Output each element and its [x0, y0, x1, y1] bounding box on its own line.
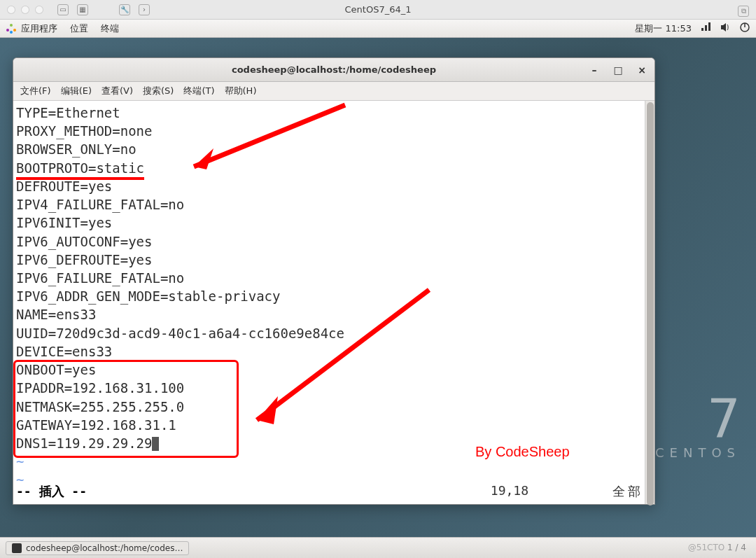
config-line: IPV6_AUTOCONF=yes — [16, 234, 152, 249]
maximize-button[interactable] — [35, 6, 43, 14]
config-line: IPV6_FAILURE_FATAL=no — [16, 270, 184, 286]
terminal-scrollbar[interactable] — [645, 101, 654, 504]
terminal-titlebar[interactable]: codesheep@localhost:/home/codesheep – □ … — [13, 58, 654, 82]
terminal-icon — [12, 543, 22, 553]
panel-places[interactable]: 位置 — [70, 22, 88, 35]
config-line: UUID=720d9c3d-acd9-40c1-a6a4-cc160e9e84c… — [16, 326, 344, 341]
config-line: DEVICE=ens33 — [16, 344, 112, 359]
network-icon[interactable] — [700, 22, 711, 34]
panel-clock[interactable]: 星期一 11:53 — [635, 22, 692, 35]
minimize-button[interactable] — [21, 6, 29, 14]
vim-mode: -- 插入 -- — [16, 483, 87, 500]
centos-label: CENTOS — [655, 445, 741, 460]
terminal-window: codesheep@localhost:/home/codesheep – □ … — [13, 57, 655, 505]
window-maximize-button[interactable]: □ — [611, 63, 625, 77]
svg-point-0 — [10, 24, 13, 27]
vim-cursor-position: 19,18 — [491, 483, 528, 500]
menu-help[interactable]: 帮助(H) — [225, 85, 257, 97]
svg-point-1 — [6, 29, 9, 32]
watermark-text: By CodeSheep — [475, 444, 570, 460]
traffic-lights — [7, 6, 43, 14]
svg-point-3 — [10, 31, 13, 34]
taskbar-item-terminal[interactable]: codesheep@localhost:/home/codes… — [6, 541, 189, 555]
page-marker: @51CTO 1 / 4 — [688, 543, 746, 552]
terminal-body[interactable]: TYPE=Ethernet PROXY_METHOD=none BROWSER_… — [13, 101, 654, 504]
menu-file[interactable]: 文件(F) — [20, 85, 51, 97]
gnome-top-panel: 应用程序 位置 终端 星期一 11:53 — [0, 20, 756, 38]
panel-terminal[interactable]: 终端 — [101, 22, 119, 35]
sidebar-toggle-icon[interactable]: ▭ — [57, 4, 69, 15]
panel-applications[interactable]: 应用程序 — [21, 22, 57, 35]
close-button[interactable] — [7, 6, 15, 14]
volume-icon[interactable] — [720, 22, 731, 34]
host-window-title: CentOS7_64_1 — [345, 4, 412, 15]
config-line: IPV6INIT=yes — [16, 215, 112, 230]
vim-scroll-indicator: 全部 — [612, 483, 643, 500]
svg-point-2 — [13, 29, 16, 32]
config-line: DEFROUTE=yes — [16, 179, 112, 194]
config-line: NETMASK=255.255.255.0 — [16, 399, 184, 414]
config-line: BROWSER_ONLY=no — [16, 141, 136, 157]
vim-status-line: -- 插入 -- 19,18 全部 — [16, 483, 643, 500]
config-line: IPV6_DEFROUTE=yes — [16, 252, 152, 267]
taskbar-item-label: codesheep@localhost:/home/codes… — [26, 543, 183, 553]
config-line: TYPE=Ethernet — [16, 105, 120, 120]
snapshot-icon[interactable]: ▦ — [77, 4, 88, 15]
host-window-chrome: ▭ ▦ 🔧 › CentOS7_64_1 ⧉ — [0, 0, 756, 20]
config-line: PROXY_METHOD=none — [16, 123, 152, 139]
config-line-highlight: BOOTPROTO=static — [16, 159, 144, 180]
config-line: ONBOOT=yes — [16, 362, 96, 377]
desktop: 7 CENTOS codesheep@localhost:/home/codes… — [0, 38, 756, 537]
config-line: IPADDR=192.168.31.100 — [16, 380, 184, 396]
config-line: NAME=ens33 — [16, 307, 96, 322]
window-close-button[interactable]: × — [635, 63, 649, 77]
config-line: IPV4_FAILURE_FATAL=no — [16, 197, 184, 212]
centos-wallpaper-mark: 7 CENTOS — [655, 398, 741, 460]
menu-edit[interactable]: 编辑(E) — [61, 85, 92, 97]
page-source: @51CTO — [688, 543, 724, 552]
gnome-taskbar: codesheep@localhost:/home/codes… — [0, 537, 756, 558]
terminal-title: codesheep@localhost:/home/codesheep — [232, 64, 436, 75]
centos-version: 7 — [655, 398, 741, 441]
applications-menu-icon[interactable] — [6, 23, 17, 34]
config-line: IPV6_ADDR_GEN_MODE=stable-privacy — [16, 288, 281, 304]
window-minimize-button[interactable]: – — [587, 63, 601, 77]
terminal-menubar: 文件(F) 编辑(E) 查看(V) 搜索(S) 终端(T) 帮助(H) — [13, 82, 654, 101]
terminal-content[interactable]: TYPE=Ethernet PROXY_METHOD=none BROWSER_… — [16, 104, 654, 489]
menu-search[interactable]: 搜索(S) — [143, 85, 174, 97]
config-line: DNS1=119.29.29.29 — [16, 435, 152, 451]
menu-view[interactable]: 查看(V) — [102, 85, 133, 97]
config-line: GATEWAY=192.168.31.1 — [16, 417, 176, 433]
page-number: 1 / 4 — [727, 543, 746, 552]
scrollbar-thumb[interactable] — [647, 102, 654, 505]
power-icon[interactable] — [739, 22, 750, 35]
vim-tilde: ~ — [16, 454, 24, 469]
host-toolbar-right: ⧉ — [738, 3, 749, 17]
menu-terminal[interactable]: 终端(T) — [183, 85, 214, 97]
cursor — [152, 437, 159, 451]
forward-icon[interactable]: › — [139, 4, 150, 15]
wrench-icon[interactable]: 🔧 — [119, 4, 130, 15]
host-toolbar-left: ▭ ▦ 🔧 › — [57, 4, 150, 15]
fullscreen-icon[interactable]: ⧉ — [738, 6, 749, 17]
